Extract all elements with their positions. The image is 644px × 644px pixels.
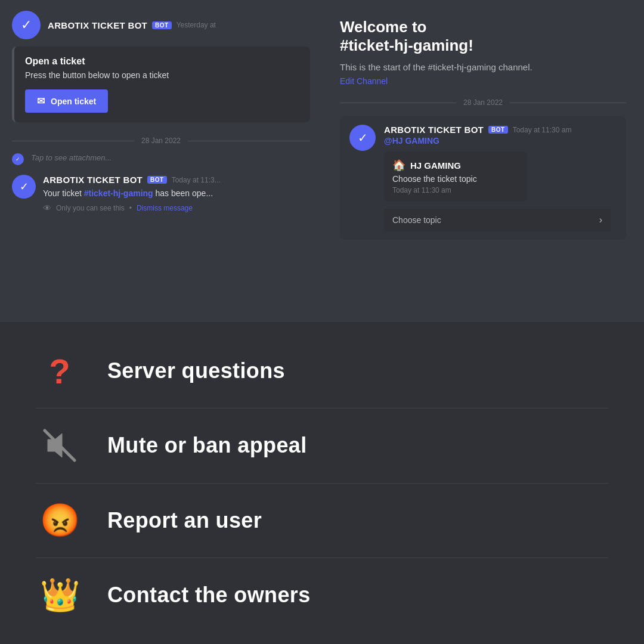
right-message-header: ARBOTIX TICKET BOT BOT Today at 11:30 am: [384, 125, 617, 135]
question-mark-icon: ?: [36, 347, 83, 395]
message-content: ARBOTIX TICKET BOT BOT Today at 11:3... …: [43, 175, 310, 213]
mention-tag: @HJ GAMING: [384, 136, 617, 145]
bottom-menu: ? Server questions Mute or ban appeal 😡 …: [0, 322, 644, 644]
channel-desc: This is the start of the #ticket-hj-gami…: [340, 62, 626, 72]
right-bot-avatar: ✓: [349, 125, 376, 151]
chevron-right-icon: ›: [599, 215, 602, 225]
mute-svg: [42, 428, 78, 463]
ticket-card: Open a ticket Press the button below to …: [12, 47, 310, 122]
third-message: ✓ ARBOTIX TICKET BOT BOT Today at 11:3..…: [0, 169, 322, 219]
envelope-icon: ✉: [37, 95, 45, 107]
choose-topic-dropdown[interactable]: Choose topic ›: [384, 209, 611, 231]
ephemeral-text: Only you can see this: [56, 204, 125, 212]
ticket-link: #ticket-hj-gaming: [84, 188, 153, 198]
menu-item-server-questions[interactable]: ? Server questions: [36, 347, 608, 395]
contact-owners-label: Contact the owners: [107, 583, 311, 608]
bot-header: ✓ ARBOTIX TICKET BOT BOT Yesterday at: [0, 0, 322, 47]
channel-title: Welcome to#ticket-hj-gaming!: [340, 18, 626, 55]
menu-item-mute-ban[interactable]: Mute or ban appeal: [36, 422, 608, 469]
choose-topic-label: Choose topic: [392, 215, 441, 225]
mute-ban-label: Mute or ban appeal: [107, 433, 307, 458]
right-panel: Welcome to#ticket-hj-gaming! This is the…: [322, 0, 644, 322]
right-timestamp: Today at 11:30 am: [513, 126, 572, 134]
open-ticket-button[interactable]: ✉ Open ticket: [25, 89, 108, 113]
server-questions-label: Server questions: [107, 358, 285, 383]
small-avatar: ✓: [12, 153, 24, 165]
bot-name: ARBOTIX TICKET BOT: [48, 20, 147, 30]
menu-item-report-user[interactable]: 😡 Report an user: [36, 497, 608, 544]
timestamp-third: Today at 11:3...: [172, 176, 221, 184]
timestamp: Yesterday at: [177, 21, 216, 29]
ticket-card-title: Open a ticket: [25, 56, 299, 67]
right-bot-badge: BOT: [488, 126, 508, 134]
ephemeral-row: 👁 Only you can see this • Dismiss messag…: [43, 203, 310, 213]
check-icon-third: ✓: [20, 180, 29, 193]
mute-icon: [36, 422, 83, 469]
hj-icon: 🏠: [392, 159, 405, 172]
hj-time: Today at 11:30 am: [392, 186, 519, 194]
divider-3: [36, 558, 608, 558]
right-date-divider: 28 Jan 2022: [340, 98, 626, 107]
dismiss-link[interactable]: Dismiss message: [137, 204, 193, 212]
message-header: ARBOTIX TICKET BOT BOT Today at 11:3...: [43, 175, 310, 185]
divider-1: [36, 408, 608, 408]
crown-icon: 👑: [36, 571, 83, 619]
eye-icon: 👁: [43, 203, 51, 213]
hj-gaming-row: 🏠 HJ GAMING: [392, 159, 519, 172]
message-body: Your ticket #ticket-hj-gaming has been o…: [43, 187, 310, 200]
right-message-body: ARBOTIX TICKET BOT BOT Today at 11:30 am…: [384, 125, 617, 231]
open-ticket-label: Open ticket: [51, 97, 96, 106]
edit-channel-link[interactable]: Edit Channel: [340, 76, 388, 86]
right-check-icon: ✓: [358, 131, 368, 145]
tap-text: Tap to see attachmen...: [31, 153, 112, 162]
bot-avatar-third: ✓: [12, 175, 36, 199]
bot-name-third: ARBOTIX TICKET BOT: [43, 175, 143, 185]
date-divider-left: 28 Jan 2022: [0, 132, 322, 150]
small-check-icon: ✓: [16, 156, 20, 162]
right-message-container: ✓ ARBOTIX TICKET BOT BOT Today at 11:30 …: [340, 116, 626, 240]
avatar: ✓: [12, 11, 41, 39]
hj-name: HJ GAMING: [410, 160, 461, 171]
hj-topic: Choose the ticket topic: [392, 174, 519, 184]
left-panel: ✓ ARBOTIX TICKET BOT BOT Yesterday at Op…: [0, 0, 322, 322]
bot-badge-third: BOT: [147, 176, 167, 184]
ticket-card-desc: Press the button below to open a ticket: [25, 70, 299, 80]
divider-2: [36, 483, 608, 484]
hj-gaming-card: 🏠 HJ GAMING Choose the ticket topic Toda…: [384, 151, 527, 202]
angry-face-icon: 😡: [36, 497, 83, 544]
verified-icon: ✓: [21, 17, 32, 33]
second-message: ✓ Tap to see attachmen...: [0, 150, 322, 169]
bot-badge: BOT: [152, 21, 172, 29]
right-bot-name: ARBOTIX TICKET BOT: [384, 125, 484, 135]
menu-item-contact-owners[interactable]: 👑 Contact the owners: [36, 571, 608, 619]
report-user-label: Report an user: [107, 508, 262, 533]
